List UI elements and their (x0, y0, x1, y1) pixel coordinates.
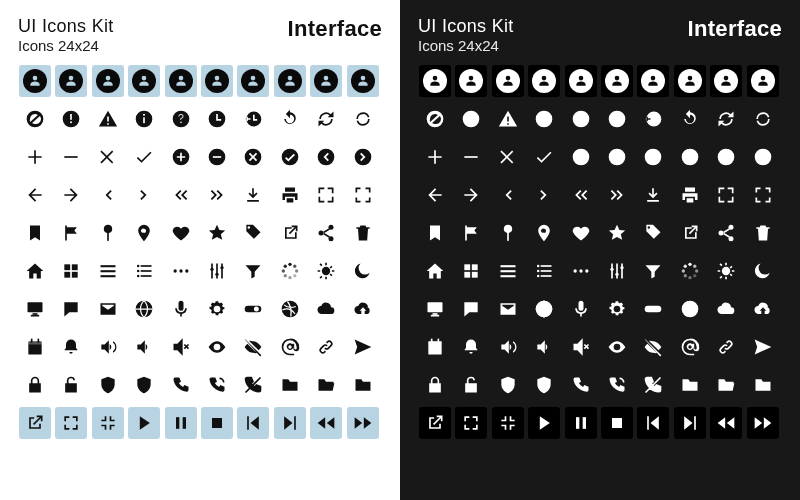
icon-kit-panel-light: UI Icons Kit Icons 24x24 Interface (0, 0, 400, 500)
plus-icon (18, 140, 52, 174)
mic-icon (164, 292, 198, 326)
mail-icon (491, 292, 525, 326)
download-icon (636, 178, 670, 212)
skip-back-icon (237, 407, 269, 439)
chevrons-right-icon (200, 178, 234, 212)
minus-icon (54, 140, 88, 174)
chevron-right-icon (127, 178, 161, 212)
user-group-icon (710, 65, 742, 97)
panel-header: UI Icons Kit Icons 24x24 Interface (418, 16, 782, 54)
stop-icon (601, 407, 633, 439)
question-icon (164, 102, 198, 136)
warning-icon (491, 102, 525, 136)
check-circle-icon (673, 140, 707, 174)
volume-mute-icon (164, 330, 198, 364)
user-group-icon (310, 65, 342, 97)
block-icon (418, 102, 452, 136)
chevrons-right-icon (600, 178, 634, 212)
kit-title: UI Icons Kit (18, 16, 114, 37)
external-link-icon (419, 407, 451, 439)
monitor-icon (18, 292, 52, 326)
reload-icon (273, 102, 307, 136)
arrow-right-icon (54, 178, 88, 212)
icon-grid-dark (418, 64, 782, 440)
check-icon (127, 140, 161, 174)
volume-mute-icon (564, 330, 598, 364)
chevrons-left-icon (164, 178, 198, 212)
check-icon (527, 140, 561, 174)
cloud-upload-icon (746, 292, 780, 326)
eye-icon (600, 330, 634, 364)
calendar-icon (418, 330, 452, 364)
skip-forward-icon (274, 407, 306, 439)
eye-icon (200, 330, 234, 364)
sun-icon (709, 254, 743, 288)
shield-icon (491, 368, 525, 402)
list-icon (527, 254, 561, 288)
moon-icon (346, 254, 380, 288)
chevron-right-circle-icon (346, 140, 380, 174)
user-x-icon (128, 65, 160, 97)
unlock-icon (54, 368, 88, 402)
chat-icon (454, 292, 488, 326)
user-remove-icon (92, 65, 124, 97)
trash-icon (746, 216, 780, 250)
globe-icon (527, 292, 561, 326)
folder-add-icon (746, 368, 780, 402)
download-icon (236, 178, 270, 212)
user-add-icon (455, 65, 487, 97)
gear-icon (200, 292, 234, 326)
chevron-left-icon (91, 178, 125, 212)
user-question-icon (601, 65, 633, 97)
home-icon (18, 254, 52, 288)
heart-icon (164, 216, 198, 250)
chevron-right-circle-icon (746, 140, 780, 174)
more-horizontal-icon (564, 254, 598, 288)
home-icon (418, 254, 452, 288)
share-icon (673, 216, 707, 250)
play-icon (528, 407, 560, 439)
loading-icon (673, 254, 707, 288)
chevron-left-circle-icon (709, 140, 743, 174)
rewind-icon (710, 407, 742, 439)
flag-icon (454, 216, 488, 250)
volume-low-icon (127, 330, 161, 364)
monitor-icon (418, 292, 452, 326)
info-icon (127, 102, 161, 136)
pause-icon (565, 407, 597, 439)
folder-open-icon (309, 368, 343, 402)
phone-icon (564, 368, 598, 402)
arrow-right-icon (454, 178, 488, 212)
star-icon (600, 216, 634, 250)
refresh-icon (309, 102, 343, 136)
menu-icon (491, 254, 525, 288)
plus-icon (418, 140, 452, 174)
minimize-icon (92, 407, 124, 439)
printer-icon (273, 178, 307, 212)
icon-kit-panel-dark: UI Icons Kit Icons 24x24 Interface (400, 0, 800, 500)
phone-icon (164, 368, 198, 402)
more-horizontal-icon (164, 254, 198, 288)
user-check-icon (165, 65, 197, 97)
phone-off-icon (636, 368, 670, 402)
user-alert-icon (637, 65, 669, 97)
printer-icon (673, 178, 707, 212)
at-icon (673, 330, 707, 364)
calendar-icon (18, 330, 52, 364)
icon-grid-light (18, 64, 382, 440)
flag-icon (54, 216, 88, 250)
volume-low-icon (527, 330, 561, 364)
loading-icon (273, 254, 307, 288)
user-circle-icon (347, 65, 379, 97)
link-icon (709, 330, 743, 364)
kit-title: UI Icons Kit (418, 16, 514, 37)
filter-icon (236, 254, 270, 288)
grid-icon (454, 254, 488, 288)
chevron-right-icon (527, 178, 561, 212)
phone-off-icon (236, 368, 270, 402)
unlock-icon (454, 368, 488, 402)
trash-icon (346, 216, 380, 250)
folder-add-icon (346, 368, 380, 402)
warning-icon (91, 102, 125, 136)
info-icon (527, 102, 561, 136)
